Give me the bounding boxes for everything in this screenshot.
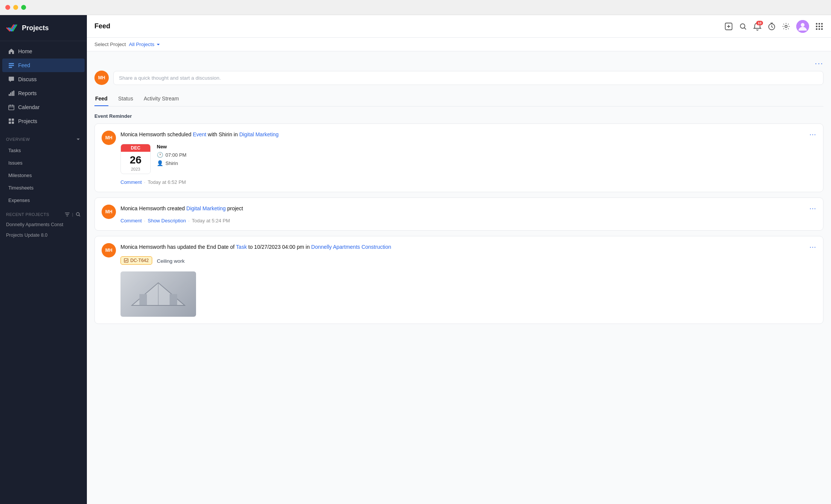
feed-area: ··· MH Share a quick thought and start a…: [87, 51, 831, 504]
topbar-actions: 10: [724, 20, 823, 33]
logo-icon: [6, 22, 18, 34]
card-more-button-3[interactable]: ···: [809, 243, 816, 251]
task-tag[interactable]: DC-T642: [120, 256, 152, 265]
event-time-row: 🕐 07:00 PM: [157, 152, 187, 158]
sidebar-item-calendar[interactable]: Calendar: [2, 100, 85, 114]
svg-rect-5: [12, 91, 13, 96]
card-more-button[interactable]: ···: [809, 131, 816, 139]
projects-icon: [8, 118, 14, 124]
card-more-button-2[interactable]: ···: [809, 205, 816, 213]
comment-link-2[interactable]: Comment: [120, 218, 142, 223]
clock-icon: 🕐: [157, 152, 163, 158]
svg-rect-1: [9, 65, 14, 66]
card-header: Monica Hemsworth scheduled Event with Sh…: [120, 131, 816, 139]
chevron-down-icon[interactable]: [76, 137, 81, 142]
roof-image: [128, 279, 188, 309]
event-content: Dec 26 2023 New 🕐 07:00 PM: [120, 144, 816, 174]
sidebar-item-discuss[interactable]: Discuss: [2, 72, 85, 86]
svg-rect-10: [9, 122, 11, 124]
svg-rect-3: [9, 94, 10, 96]
settings-button[interactable]: [782, 22, 790, 31]
sidebar-item-expenses[interactable]: Expenses: [2, 194, 85, 206]
sidebar-item-feed[interactable]: Feed: [2, 59, 85, 72]
svg-rect-25: [816, 28, 817, 30]
cal-day: 26: [121, 152, 150, 167]
svg-rect-20: [819, 23, 820, 25]
svg-rect-7: [9, 105, 14, 110]
digital-marketing-link-1[interactable]: Digital Marketing: [239, 131, 278, 137]
all-projects-dropdown[interactable]: All Projects: [129, 42, 161, 47]
close-button[interactable]: [5, 5, 10, 10]
card-title: Monica Hemsworth scheduled Event with Sh…: [120, 131, 279, 139]
minimize-button[interactable]: [13, 5, 18, 10]
select-project-label[interactable]: Select Project: [94, 42, 126, 47]
card-header-3: Monica Hemsworth has updated the End Dat…: [120, 243, 816, 251]
page-title: Feed: [94, 22, 110, 30]
apps-button[interactable]: [815, 22, 823, 31]
sidebar-item-milestones[interactable]: Milestones: [2, 170, 85, 181]
event-link[interactable]: Event: [193, 131, 206, 137]
filter-icon[interactable]: [65, 212, 70, 217]
sidebar-item-timesheets[interactable]: Timesheets: [2, 182, 85, 194]
recent-projects-header: Recent Projects |: [0, 207, 87, 219]
svg-rect-2: [9, 67, 12, 68]
card-content-2: Monica Hemsworth created Digital Marketi…: [120, 205, 816, 223]
recent-project-update[interactable]: Projects Update 8.0: [0, 230, 87, 240]
task-thumbnail: [120, 271, 196, 317]
card-user-avatar-3: MH: [102, 243, 116, 257]
card-user-avatar: MH: [102, 131, 116, 145]
post-user-avatar: MH: [94, 71, 109, 85]
add-button[interactable]: [724, 22, 733, 31]
section-actions: |: [65, 212, 81, 217]
search-button[interactable]: [739, 22, 747, 31]
tab-activity-stream[interactable]: Activity Stream: [143, 92, 179, 106]
sidebar-item-home[interactable]: Home: [2, 45, 85, 58]
event-calendar: Dec 26 2023: [120, 144, 151, 174]
card-row: MH Monica Hemsworth scheduled Event with…: [102, 131, 816, 185]
person-icon: 👤: [157, 160, 163, 166]
digital-marketing-link-2[interactable]: Digital Marketing: [186, 205, 226, 211]
svg-rect-24: [821, 26, 823, 27]
notifications-button[interactable]: 10: [753, 22, 761, 31]
donnelly-link[interactable]: Donnelly Apartments Construction: [311, 244, 391, 250]
tab-feed[interactable]: Feed: [94, 92, 108, 106]
search-icon-sidebar[interactable]: [76, 212, 81, 217]
card-header-2: Monica Hemsworth created Digital Marketi…: [120, 205, 816, 213]
svg-rect-9: [12, 119, 14, 121]
recent-project-donnelly[interactable]: Donnelly Apartments Const: [0, 219, 87, 230]
task-link[interactable]: Task: [236, 244, 247, 250]
timer-button[interactable]: [768, 22, 776, 31]
event-reminder-header: Event Reminder: [94, 113, 823, 119]
sidebar-item-reports[interactable]: Reports: [2, 86, 85, 100]
show-description-link[interactable]: Show Description: [148, 218, 186, 223]
tab-status[interactable]: Status: [117, 92, 134, 106]
sidebar-item-tasks[interactable]: Tasks: [2, 145, 85, 156]
cal-year: 2023: [121, 167, 150, 174]
svg-rect-11: [12, 122, 14, 124]
sidebar-logo: Projects: [0, 15, 87, 41]
card-row-2: MH Monica Hemsworth created Digital Mark…: [102, 205, 816, 223]
feed-card-event: MH Monica Hemsworth scheduled Event with…: [94, 123, 823, 192]
svg-point-16: [785, 25, 787, 28]
user-avatar[interactable]: [796, 20, 809, 33]
task-info: DC-T642 Ceiling work: [120, 256, 816, 268]
logo-text: Projects: [22, 24, 49, 32]
svg-rect-6: [13, 91, 14, 96]
svg-rect-4: [10, 92, 11, 96]
filter-bar: Select Project All Projects: [87, 38, 831, 51]
comment-link-1[interactable]: Comment: [120, 179, 142, 185]
svg-rect-8: [9, 119, 11, 121]
maximize-button[interactable]: [21, 5, 26, 10]
main-content: Feed 10: [87, 15, 831, 504]
post-input[interactable]: Share a quick thought and start a discus…: [113, 71, 823, 85]
svg-rect-19: [816, 23, 817, 25]
post-input-row: MH Share a quick thought and start a dis…: [94, 71, 823, 85]
sidebar-item-issues[interactable]: Issues: [2, 157, 85, 169]
overview-section-header: Overview: [0, 131, 87, 144]
card-user-avatar-2: MH: [102, 205, 116, 219]
reports-icon: [8, 90, 14, 96]
sidebar-item-projects[interactable]: Projects: [2, 114, 85, 128]
card-footer-2: Comment · Show Description · Today at 5:…: [120, 218, 816, 223]
svg-point-14: [740, 24, 745, 28]
feed-more-button[interactable]: ···: [94, 59, 823, 68]
